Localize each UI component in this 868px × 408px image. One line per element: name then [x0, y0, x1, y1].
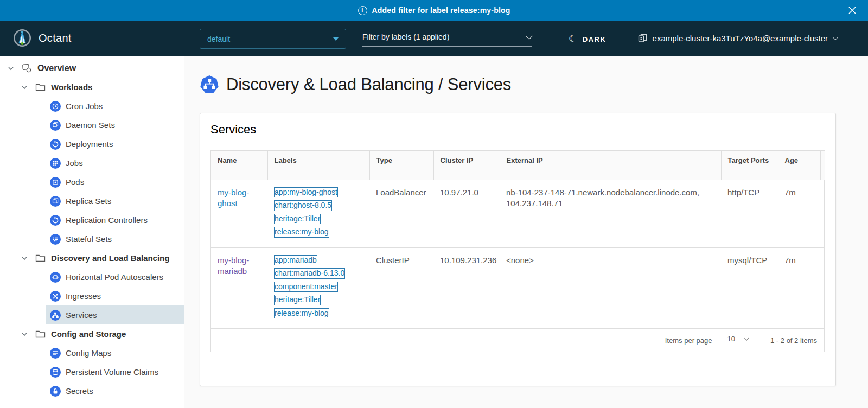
- service-name-link[interactable]: my-blog-ghost: [218, 188, 249, 208]
- sidebar-item-label: Replication Controllers: [66, 215, 148, 225]
- sidebar-item-pods[interactable]: Pods: [46, 173, 184, 192]
- column-header-external-ip: External IP: [500, 151, 721, 180]
- folder-icon: [35, 83, 46, 92]
- app-header: Octant default Filter by labels (1 appli…: [0, 21, 868, 56]
- stateful-sets-icon: [50, 234, 61, 245]
- caret-down-icon[interactable]: [21, 84, 28, 91]
- sidebar-item-label: Deployments: [66, 139, 113, 149]
- namespace-select[interactable]: default: [200, 29, 346, 49]
- notification-banner: i Added filter for label release:my-blog: [0, 0, 868, 21]
- sidebar-item-stateful-sets[interactable]: Stateful Sets: [46, 229, 184, 248]
- caret-down-icon[interactable]: [21, 330, 28, 338]
- label-pill[interactable]: app:my-blog-ghost: [274, 187, 338, 198]
- navigation-sidebar: Overview Workloads Cron Jobs Daemon Sets…: [0, 56, 184, 408]
- sidebar-item-horizontal-pod-autoscalers[interactable]: Horizontal Pod Autoscalers: [46, 267, 184, 286]
- items-per-page-value: 10: [727, 335, 735, 343]
- sidebar-item-label: Secrets: [66, 386, 93, 396]
- namespace-value: default: [207, 35, 230, 43]
- external-ip: <none>: [500, 247, 721, 328]
- sidebar-item-label: Replica Sets: [66, 196, 111, 206]
- label-filter-text: Filter by labels (1 applied): [362, 33, 449, 41]
- theme-toggle-label: DARK: [583, 35, 607, 43]
- persistent-volume-claims-icon: [50, 367, 61, 378]
- sidebar-item-deployments[interactable]: Deployments: [46, 135, 184, 154]
- label-pill[interactable]: heritage:Tiller: [274, 295, 321, 305]
- sidebar-item-persistent-volume-claims[interactable]: Persistent Volume Claims: [46, 362, 184, 381]
- label-pill[interactable]: release:my-blog: [274, 227, 329, 238]
- label-pill[interactable]: heritage:Tiller: [274, 214, 321, 225]
- sidebar-group-label: Workloads: [51, 82, 92, 92]
- sidebar-item-ingresses[interactable]: Ingresses: [46, 286, 184, 305]
- column-header-name: Name: [211, 151, 267, 180]
- cluster-icon: [637, 33, 648, 43]
- label-filter-dropdown[interactable]: Filter by labels (1 applied): [362, 33, 532, 47]
- caret-down-icon[interactable]: [7, 65, 15, 72]
- sidebar-group-config-and-storage[interactable]: Config and Storage: [0, 324, 184, 343]
- datagrid-footer: Items per page 10 1 - 2 of 2 items: [211, 328, 824, 352]
- sidebar-item-jobs[interactable]: Jobs: [46, 154, 184, 173]
- sidebar-item-label: Jobs: [66, 158, 83, 168]
- label-pill[interactable]: component:master: [274, 282, 338, 292]
- items-per-page-select[interactable]: 10: [723, 335, 751, 346]
- service-name-link[interactable]: my-blog-mariadb: [218, 256, 249, 276]
- dark-theme-toggle[interactable]: ☾ DARK: [569, 34, 606, 44]
- column-header-age: Age: [778, 151, 820, 180]
- ingresses-icon: [50, 291, 61, 302]
- sidebar-item-overview[interactable]: Overview: [0, 59, 184, 78]
- age: 7m: [778, 180, 820, 247]
- table-row: my-blog-mariadb app:mariadb chart:mariad…: [211, 247, 825, 328]
- chevron-down-icon: [744, 335, 749, 341]
- sidebar-item-daemon-sets[interactable]: Daemon Sets: [46, 116, 184, 135]
- services-icon: [50, 310, 61, 321]
- table-header-row: Name Labels Type Cluster IP External IP …: [211, 151, 825, 180]
- sidebar-item-secrets[interactable]: Secrets: [46, 381, 184, 400]
- service-heptagon-icon: [200, 75, 219, 94]
- column-header-cluster-ip: Cluster IP: [433, 151, 500, 180]
- sidebar-item-label: Daemon Sets: [66, 120, 115, 130]
- sidebar-group-workloads[interactable]: Workloads: [0, 78, 184, 97]
- horizontal-pod-autoscalers-icon: [50, 272, 61, 283]
- external-ip: nb-104-237-148-71.newark.nodebalancer.li…: [500, 180, 721, 247]
- label-pill[interactable]: chart:ghost-8.0.5: [274, 200, 332, 211]
- cluster-context-text: example-cluster-ka3TuTzYo4a@example-clus…: [653, 34, 828, 43]
- sidebar-group-discovery-load-balancing[interactable]: Discovery and Load Balancing: [0, 248, 184, 267]
- moon-icon: ☾: [569, 33, 578, 44]
- target-ports: http/TCP: [721, 180, 778, 247]
- app-title: Octant: [39, 32, 72, 44]
- caret-down-icon[interactable]: [21, 254, 28, 262]
- column-header-type: Type: [369, 151, 433, 180]
- sidebar-item-replication-controllers[interactable]: Replication Controllers: [46, 211, 184, 229]
- column-header-target-ports: Target Ports: [721, 151, 778, 180]
- sidebar-item-label: Horizontal Pod Autoscalers: [66, 272, 163, 282]
- config-maps-icon: [50, 348, 61, 359]
- label-pill[interactable]: chart:mariadb-6.13.0: [274, 268, 345, 279]
- sidebar-item-services[interactable]: Services: [46, 305, 184, 324]
- secrets-icon: [50, 386, 61, 397]
- services-datagrid: Name Labels Type Cluster IP External IP …: [210, 150, 825, 352]
- sidebar-item-label: Stateful Sets: [66, 234, 112, 244]
- objects-icon: [22, 63, 32, 73]
- close-icon[interactable]: [847, 5, 857, 15]
- brand: Octant: [13, 29, 72, 47]
- age: 7m: [778, 247, 820, 328]
- items-per-page-label: Items per page: [665, 336, 712, 345]
- sidebar-item-replica-sets[interactable]: Replica Sets: [46, 192, 184, 211]
- cluster-ip: 10.109.231.236: [433, 247, 500, 328]
- label-pill[interactable]: app:mariadb: [274, 255, 317, 266]
- sidebar-item-label: Persistent Volume Claims: [66, 367, 158, 377]
- sidebar-item-label: Pods: [66, 177, 84, 187]
- column-header-spacer: [820, 151, 825, 180]
- service-type: LoadBalancer: [369, 180, 433, 247]
- sidebar-item-cron-jobs[interactable]: Cron Jobs: [46, 97, 184, 116]
- replica-sets-icon: [50, 196, 61, 207]
- cluster-context-selector[interactable]: example-cluster-ka3TuTzYo4a@example-clus…: [637, 33, 837, 43]
- service-type: ClusterIP: [369, 247, 433, 328]
- cron-jobs-icon: [50, 101, 61, 112]
- pods-icon: [50, 177, 61, 188]
- chevron-down-icon: [526, 33, 533, 40]
- table-row: my-blog-ghost app:my-blog-ghost chart:gh…: [211, 180, 825, 247]
- daemon-sets-icon: [50, 120, 61, 131]
- sidebar-item-label: Services: [66, 310, 97, 320]
- label-pill[interactable]: release:my-blog: [274, 308, 329, 319]
- sidebar-item-config-maps[interactable]: Config Maps: [46, 343, 184, 362]
